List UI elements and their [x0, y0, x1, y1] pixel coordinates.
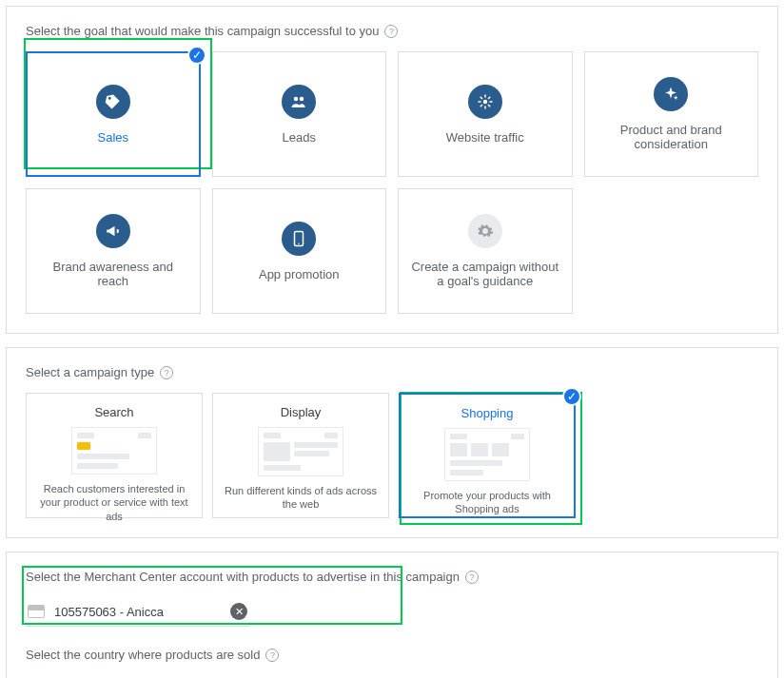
type-desc: Run different kinds of ads across the we… [223, 484, 379, 512]
goals-panel: Select the goal that would make this cam… [6, 6, 778, 334]
goal-label: Sales [88, 130, 138, 145]
store-icon [28, 605, 45, 618]
merchant-country-panel: Select the Merchant Center account with … [6, 552, 778, 678]
phone-icon [282, 222, 316, 256]
country-label-text: Select the country where products are so… [26, 648, 260, 662]
goal-card-leads[interactable]: Leads [212, 51, 387, 177]
gear-icon [468, 214, 502, 248]
svg-point-1 [300, 96, 304, 101]
type-title: Display [281, 405, 322, 419]
svg-point-2 [483, 99, 488, 104]
sparkle-icon [654, 77, 688, 111]
merchant-label-text: Select the Merchant Center account with … [26, 570, 460, 584]
goal-label: Create a campaign without a goal's guida… [399, 260, 572, 288]
svg-point-4 [299, 242, 301, 244]
merchant-select[interactable]: 105575063 - Anicca ✕ [26, 597, 249, 627]
campaign-type-label-text: Select a campaign type [26, 365, 154, 379]
svg-point-0 [294, 96, 299, 101]
goal-label: Product and brand consideration [585, 123, 758, 151]
campaign-type-section-label: Select a campaign type ? [26, 365, 758, 379]
check-icon: ✓ [187, 46, 206, 65]
type-preview-shopping [444, 428, 530, 481]
help-icon[interactable]: ? [384, 25, 398, 38]
type-card-display[interactable]: Display Run different kinds of ads acros… [212, 393, 389, 518]
merchant-value: 105575063 - Anicca [54, 605, 221, 619]
goal-label: Website traffic [437, 130, 534, 145]
check-icon: ✓ [562, 387, 581, 406]
type-preview-search [71, 427, 157, 475]
goal-label: Leads [273, 130, 325, 145]
campaign-type-panel: Select a campaign type ? Search Reach cu… [6, 347, 778, 538]
merchant-section-label: Select the Merchant Center account with … [26, 570, 758, 584]
help-icon[interactable]: ? [465, 571, 479, 584]
click-icon [468, 85, 502, 119]
goals-grid: ✓ Sales Leads Website traffic Product an… [26, 51, 758, 314]
goal-card-consideration[interactable]: Product and brand consideration [584, 51, 759, 177]
clear-button[interactable]: ✕ [230, 603, 247, 620]
type-title: Shopping [461, 406, 514, 420]
megaphone-icon [96, 214, 130, 248]
type-desc: Promote your products with Shopping ads [410, 489, 564, 516]
goals-label-text: Select the goal that would make this cam… [26, 24, 379, 38]
goal-card-no-goal[interactable]: Create a campaign without a goal's guida… [398, 188, 573, 314]
goal-card-website-traffic[interactable]: Website traffic [398, 51, 573, 177]
type-title: Search [94, 405, 133, 419]
goal-card-sales[interactable]: ✓ Sales [26, 51, 201, 177]
people-icon [282, 85, 316, 119]
goals-section-label: Select the goal that would make this cam… [26, 24, 758, 38]
type-preview-display [258, 427, 343, 476]
goal-label: Brand awareness and reach [27, 260, 200, 288]
type-desc: Reach customers interested in your produ… [36, 482, 192, 523]
help-icon[interactable]: ? [265, 649, 279, 662]
tag-icon [96, 85, 130, 119]
country-section-label: Select the country where products are so… [26, 648, 758, 662]
type-card-shopping[interactable]: ✓ Shopping Promote your products with Sh… [399, 393, 576, 518]
goal-card-app-promotion[interactable]: App promotion [212, 188, 387, 314]
help-icon[interactable]: ? [160, 366, 173, 379]
type-card-search[interactable]: Search Reach customers interested in you… [26, 393, 203, 518]
goal-label: App promotion [249, 267, 349, 281]
types-grid: Search Reach customers interested in you… [26, 393, 758, 518]
goal-card-awareness[interactable]: Brand awareness and reach [26, 188, 201, 314]
